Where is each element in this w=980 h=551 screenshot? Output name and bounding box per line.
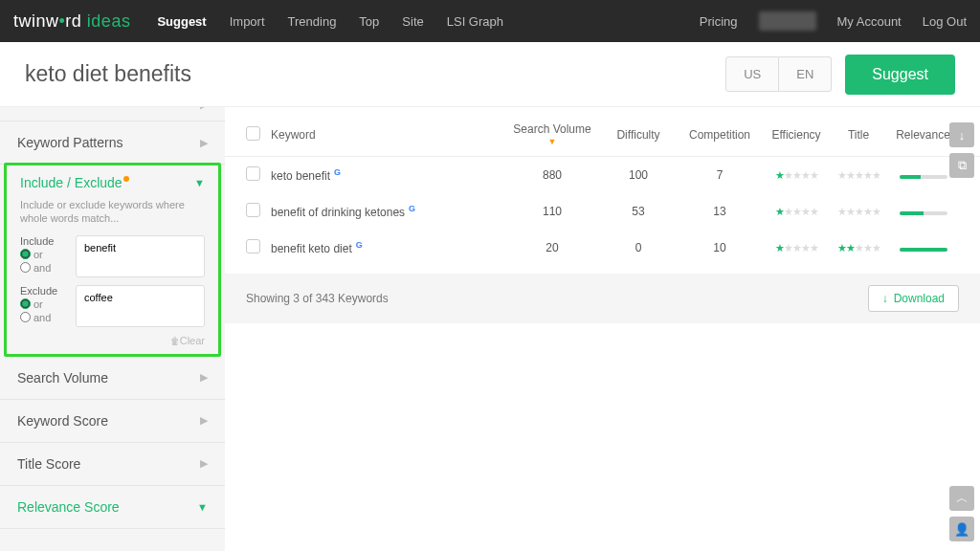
panel-title-score[interactable]: Title Score▶ — [0, 443, 225, 486]
panel-search-volume[interactable]: Search Volume▶ — [0, 357, 225, 400]
panel-keyword-score[interactable]: Keyword Score▶ — [0, 400, 225, 443]
relevance-bar — [887, 205, 959, 218]
chevron-right-icon: ▶ — [200, 414, 208, 427]
efficiency-stars: ★★★★★ — [763, 206, 830, 218]
copy-icon: ⧉ — [958, 158, 967, 173]
nav-logout[interactable]: Log Out — [923, 14, 967, 29]
locale-country-button[interactable]: US — [725, 56, 779, 92]
top-nav: twinw•rd ideas Suggest Import Trending T… — [0, 0, 980, 42]
row-checkbox[interactable] — [246, 166, 260, 181]
table-row: benefit keto dietG20010★★★★★★★★★★ — [225, 230, 980, 266]
account-button[interactable]: 👤 — [949, 517, 974, 541]
chevron-down-icon: ▼ — [197, 501, 208, 513]
user-icon: 👤 — [954, 522, 969, 537]
col-difficulty[interactable]: Difficulty — [600, 128, 677, 142]
nav-lsi-graph[interactable]: LSI Graph — [447, 14, 503, 29]
col-search-volume[interactable]: Search Volume▼ — [504, 122, 600, 146]
include-or-radio[interactable]: or — [20, 249, 68, 260]
sv-cell: 880 — [504, 168, 600, 182]
panel-include-exclude: Include / Exclude ▼ Include or exclude k… — [4, 163, 221, 357]
relevance-bar — [887, 168, 959, 182]
include-exclude-header[interactable]: Include / Exclude ▼ — [7, 165, 218, 194]
diff-cell: 0 — [600, 241, 677, 254]
comp-cell: 13 — [677, 205, 763, 218]
exclude-and-radio[interactable]: and — [20, 312, 68, 323]
keyword-cell[interactable]: benefit of drinking ketonesG — [271, 204, 504, 219]
efficiency-stars: ★★★★★ — [763, 242, 830, 254]
chevron-right-icon: ▶ — [200, 137, 208, 149]
include-input[interactable] — [76, 235, 205, 277]
user-info-blurred — [759, 11, 816, 31]
col-relevance[interactable]: Relevance — [887, 128, 959, 142]
include-and-radio[interactable]: and — [20, 262, 68, 274]
col-keyword[interactable]: Keyword — [271, 128, 504, 142]
keyword-cell[interactable]: keto benefitG — [271, 167, 504, 183]
chevron-up-icon: ︿ — [956, 490, 969, 507]
col-efficiency[interactable]: Efficiency — [763, 128, 830, 142]
google-icon[interactable]: G — [356, 240, 363, 250]
chevron-right-icon: ▶ — [200, 107, 208, 111]
efficiency-stars: ★★★★★ — [763, 169, 830, 182]
panel-user-intent[interactable]: User Intent ▶ — [0, 107, 225, 121]
diff-cell: 53 — [600, 205, 677, 218]
locale-language-button[interactable]: EN — [779, 56, 832, 92]
table-footer: Showing 3 of 343 Keywords ↓Download — [225, 274, 980, 323]
nav-trending[interactable]: Trending — [288, 14, 337, 29]
results-count: Showing 3 of 343 Keywords — [246, 292, 389, 305]
row-checkbox[interactable] — [246, 203, 260, 217]
download-button[interactable]: ↓Download — [868, 285, 959, 312]
col-title[interactable]: Title — [830, 128, 887, 142]
filter-sidebar: User Intent ▶ Keyword Patterns ▶ Include… — [0, 107, 225, 551]
table-row: benefit of drinking ketonesG1105313★★★★★… — [225, 193, 980, 230]
copy-button[interactable]: ⧉ — [949, 153, 974, 178]
sv-cell: 110 — [504, 205, 600, 218]
comp-cell: 7 — [677, 168, 763, 182]
row-checkbox[interactable] — [246, 239, 260, 253]
filter-active-dot-icon — [123, 176, 129, 182]
panel-relevance-score[interactable]: Relevance Score▼ — [0, 486, 225, 529]
suggest-button[interactable]: Suggest — [845, 55, 955, 95]
table-row: keto benefitG8801007★★★★★★★★★★ — [225, 157, 980, 193]
title-stars: ★★★★★ — [830, 242, 887, 254]
title-stars: ★★★★★ — [830, 206, 887, 218]
chevron-right-icon: ▶ — [200, 457, 208, 470]
nav-suggest[interactable]: Suggest — [157, 14, 206, 29]
table-header: Keyword Search Volume▼ Difficulty Compet… — [225, 107, 980, 157]
logo[interactable]: twinw•rd ideas — [13, 11, 130, 32]
google-icon[interactable]: G — [409, 204, 415, 213]
search-query[interactable]: keto diet benefits — [25, 61, 725, 87]
comp-cell: 10 — [677, 241, 763, 254]
include-label: Include — [20, 235, 68, 247]
select-all-checkbox[interactable] — [246, 126, 260, 141]
nav-pricing[interactable]: Pricing — [700, 14, 738, 29]
nav-my-account[interactable]: My Account — [837, 14, 902, 29]
download-icon: ↓ — [882, 292, 888, 305]
scroll-top-button[interactable]: ︿ — [949, 486, 974, 511]
panel-keyword-patterns[interactable]: Keyword Patterns ▶ — [0, 121, 225, 165]
sort-desc-icon: ▼ — [504, 138, 600, 146]
export-down-button[interactable]: ↓ — [949, 122, 974, 147]
clear-filters-button[interactable]: 🗑Clear — [7, 335, 218, 354]
nav-import[interactable]: Import — [230, 14, 265, 29]
keyword-cell[interactable]: benefit keto dietG — [271, 240, 504, 255]
exclude-input[interactable] — [76, 285, 205, 327]
exclude-label: Exclude — [20, 285, 68, 297]
main-nav: Suggest Import Trending Top Site LSI Gra… — [157, 14, 503, 29]
relevance-bar — [887, 241, 959, 254]
results-main: Keyword Search Volume▼ Difficulty Compet… — [225, 107, 980, 551]
include-exclude-description: Include or exclude keywords where whole … — [7, 194, 218, 235]
title-stars: ★★★★★ — [830, 169, 887, 182]
google-icon[interactable]: G — [334, 167, 341, 177]
search-bar: keto diet benefits US EN Suggest — [0, 42, 980, 107]
nav-site[interactable]: Site — [402, 14, 423, 29]
chevron-right-icon: ▶ — [200, 371, 208, 384]
col-competition[interactable]: Competition — [677, 128, 763, 142]
diff-cell: 100 — [600, 168, 677, 182]
chevron-down-icon: ▼ — [194, 177, 205, 188]
sv-cell: 20 — [504, 241, 600, 254]
nav-top[interactable]: Top — [359, 14, 379, 29]
trash-icon: 🗑 — [170, 336, 180, 346]
exclude-or-radio[interactable]: or — [20, 298, 68, 310]
arrow-down-icon: ↓ — [959, 128, 966, 143]
